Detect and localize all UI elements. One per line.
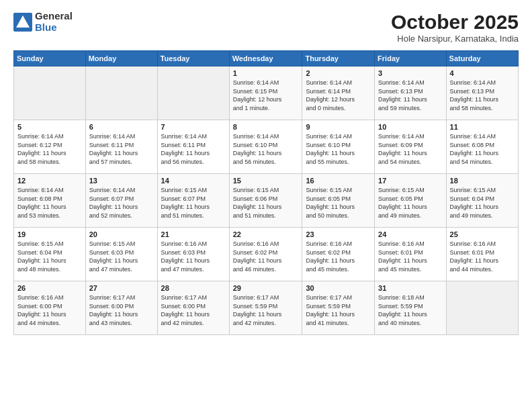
day-cell: 14Sunrise: 6:15 AMSunset: 6:07 PMDayligh… bbox=[157, 174, 229, 228]
day-cell: 10Sunrise: 6:14 AMSunset: 6:09 PMDayligh… bbox=[375, 120, 446, 174]
day-info: Sunrise: 6:18 AMSunset: 5:59 PMDaylight:… bbox=[378, 293, 442, 327]
logo-icon bbox=[13, 13, 32, 32]
day-cell: 3Sunrise: 6:14 AMSunset: 6:13 PMDaylight… bbox=[375, 66, 446, 120]
day-cell bbox=[446, 281, 518, 335]
day-info: Sunrise: 6:14 AMSunset: 6:10 PMDaylight:… bbox=[306, 132, 371, 166]
day-info: Sunrise: 6:17 AMSunset: 6:00 PMDaylight:… bbox=[89, 293, 154, 327]
month-title: October 2025 bbox=[391, 11, 519, 34]
day-info: Sunrise: 6:16 AMSunset: 6:03 PMDaylight:… bbox=[161, 240, 226, 273]
day-number: 21 bbox=[161, 230, 226, 238]
day-number: 19 bbox=[17, 230, 82, 238]
day-number: 16 bbox=[306, 177, 371, 185]
day-info: Sunrise: 6:14 AMSunset: 6:15 PMDaylight:… bbox=[233, 79, 299, 112]
day-info: Sunrise: 6:14 AMSunset: 6:07 PMDaylight:… bbox=[89, 186, 154, 220]
day-number: 11 bbox=[450, 123, 515, 131]
day-cell bbox=[85, 66, 157, 120]
day-info: Sunrise: 6:15 AMSunset: 6:05 PMDaylight:… bbox=[378, 186, 442, 220]
day-number: 15 bbox=[233, 177, 299, 185]
day-cell: 4Sunrise: 6:14 AMSunset: 6:13 PMDaylight… bbox=[446, 66, 518, 120]
day-cell: 27Sunrise: 6:17 AMSunset: 6:00 PMDayligh… bbox=[85, 281, 157, 335]
day-info: Sunrise: 6:14 AMSunset: 6:13 PMDaylight:… bbox=[378, 79, 442, 112]
day-cell: 15Sunrise: 6:15 AMSunset: 6:06 PMDayligh… bbox=[229, 174, 302, 228]
day-info: Sunrise: 6:14 AMSunset: 6:14 PMDaylight:… bbox=[306, 79, 371, 112]
day-number: 17 bbox=[378, 177, 442, 185]
day-cell: 29Sunrise: 6:17 AMSunset: 5:59 PMDayligh… bbox=[229, 281, 302, 335]
day-number: 9 bbox=[306, 123, 371, 131]
day-cell: 21Sunrise: 6:16 AMSunset: 6:03 PMDayligh… bbox=[157, 228, 229, 281]
day-number: 14 bbox=[161, 177, 226, 185]
day-info: Sunrise: 6:16 AMSunset: 6:01 PMDaylight:… bbox=[450, 240, 515, 273]
day-number: 28 bbox=[161, 284, 226, 292]
day-cell: 5Sunrise: 6:14 AMSunset: 6:12 PMDaylight… bbox=[14, 120, 86, 174]
day-info: Sunrise: 6:15 AMSunset: 6:06 PMDaylight:… bbox=[233, 186, 299, 220]
page: General Blue October 2025 Hole Narsipur,… bbox=[0, 0, 532, 411]
day-header-monday: Monday bbox=[85, 51, 157, 66]
logo-general: General bbox=[35, 11, 73, 22]
day-number: 18 bbox=[450, 177, 515, 185]
day-header-friday: Friday bbox=[375, 51, 446, 66]
day-number: 7 bbox=[161, 123, 226, 131]
day-info: Sunrise: 6:14 AMSunset: 6:09 PMDaylight:… bbox=[378, 132, 442, 166]
day-number: 13 bbox=[89, 177, 154, 185]
day-number: 27 bbox=[89, 284, 154, 292]
day-cell: 6Sunrise: 6:14 AMSunset: 6:11 PMDaylight… bbox=[85, 120, 157, 174]
day-number: 25 bbox=[450, 230, 515, 238]
day-number: 22 bbox=[233, 230, 299, 238]
day-number: 23 bbox=[306, 230, 371, 238]
day-number: 20 bbox=[89, 230, 154, 238]
day-number: 1 bbox=[233, 69, 299, 77]
day-info: Sunrise: 6:16 AMSunset: 6:02 PMDaylight:… bbox=[233, 240, 299, 273]
day-cell: 11Sunrise: 6:14 AMSunset: 6:08 PMDayligh… bbox=[446, 120, 518, 174]
calendar-header: SundayMondayTuesdayWednesdayThursdayFrid… bbox=[14, 51, 519, 66]
day-cell: 22Sunrise: 6:16 AMSunset: 6:02 PMDayligh… bbox=[229, 228, 302, 281]
day-info: Sunrise: 6:14 AMSunset: 6:12 PMDaylight:… bbox=[17, 132, 82, 166]
day-info: Sunrise: 6:14 AMSunset: 6:11 PMDaylight:… bbox=[89, 132, 154, 166]
day-cell: 13Sunrise: 6:14 AMSunset: 6:07 PMDayligh… bbox=[85, 174, 157, 228]
day-cell: 9Sunrise: 6:14 AMSunset: 6:10 PMDaylight… bbox=[302, 120, 375, 174]
logo-blue: Blue bbox=[35, 22, 73, 34]
day-cell: 16Sunrise: 6:15 AMSunset: 6:05 PMDayligh… bbox=[302, 174, 375, 228]
day-cell: 24Sunrise: 6:16 AMSunset: 6:01 PMDayligh… bbox=[375, 228, 446, 281]
day-number: 31 bbox=[378, 284, 442, 292]
day-number: 26 bbox=[17, 284, 82, 292]
day-header-sunday: Sunday bbox=[14, 51, 86, 66]
day-cell: 23Sunrise: 6:16 AMSunset: 6:02 PMDayligh… bbox=[302, 228, 375, 281]
day-cell: 31Sunrise: 6:18 AMSunset: 5:59 PMDayligh… bbox=[375, 281, 446, 335]
day-cell bbox=[14, 66, 86, 120]
day-info: Sunrise: 6:15 AMSunset: 6:04 PMDaylight:… bbox=[17, 240, 82, 273]
week-row-4: 19Sunrise: 6:15 AMSunset: 6:04 PMDayligh… bbox=[14, 228, 519, 281]
day-info: Sunrise: 6:15 AMSunset: 6:04 PMDaylight:… bbox=[450, 186, 515, 220]
day-info: Sunrise: 6:14 AMSunset: 6:08 PMDaylight:… bbox=[450, 132, 515, 166]
week-row-2: 5Sunrise: 6:14 AMSunset: 6:12 PMDaylight… bbox=[14, 120, 519, 174]
week-row-1: 1Sunrise: 6:14 AMSunset: 6:15 PMDaylight… bbox=[14, 66, 519, 120]
day-info: Sunrise: 6:14 AMSunset: 6:11 PMDaylight:… bbox=[161, 132, 226, 166]
day-cell: 25Sunrise: 6:16 AMSunset: 6:01 PMDayligh… bbox=[446, 228, 518, 281]
day-number: 3 bbox=[378, 69, 442, 77]
day-header-saturday: Saturday bbox=[446, 51, 518, 66]
week-row-3: 12Sunrise: 6:14 AMSunset: 6:08 PMDayligh… bbox=[14, 174, 519, 228]
day-cell: 26Sunrise: 6:16 AMSunset: 6:00 PMDayligh… bbox=[14, 281, 86, 335]
day-number: 4 bbox=[450, 69, 515, 77]
day-number: 2 bbox=[306, 69, 371, 77]
day-cell: 20Sunrise: 6:15 AMSunset: 6:03 PMDayligh… bbox=[85, 228, 157, 281]
day-cell: 8Sunrise: 6:14 AMSunset: 6:10 PMDaylight… bbox=[229, 120, 302, 174]
day-info: Sunrise: 6:17 AMSunset: 5:59 PMDaylight:… bbox=[306, 293, 371, 327]
day-number: 8 bbox=[233, 123, 299, 131]
day-info: Sunrise: 6:14 AMSunset: 6:10 PMDaylight:… bbox=[233, 132, 299, 166]
header: General Blue October 2025 Hole Narsipur,… bbox=[13, 11, 519, 44]
day-cell bbox=[157, 66, 229, 120]
day-cell: 1Sunrise: 6:14 AMSunset: 6:15 PMDaylight… bbox=[229, 66, 302, 120]
day-number: 6 bbox=[89, 123, 154, 131]
day-info: Sunrise: 6:14 AMSunset: 6:08 PMDaylight:… bbox=[17, 186, 82, 220]
day-info: Sunrise: 6:15 AMSunset: 6:03 PMDaylight:… bbox=[89, 240, 154, 273]
day-cell: 30Sunrise: 6:17 AMSunset: 5:59 PMDayligh… bbox=[302, 281, 375, 335]
day-number: 30 bbox=[306, 284, 371, 292]
day-cell: 2Sunrise: 6:14 AMSunset: 6:14 PMDaylight… bbox=[302, 66, 375, 120]
day-header-tuesday: Tuesday bbox=[157, 51, 229, 66]
day-number: 12 bbox=[17, 177, 82, 185]
title-section: October 2025 Hole Narsipur, Karnataka, I… bbox=[391, 11, 519, 44]
day-cell: 18Sunrise: 6:15 AMSunset: 6:04 PMDayligh… bbox=[446, 174, 518, 228]
day-cell: 19Sunrise: 6:15 AMSunset: 6:04 PMDayligh… bbox=[14, 228, 86, 281]
logo-text: General Blue bbox=[35, 11, 73, 33]
day-cell: 7Sunrise: 6:14 AMSunset: 6:11 PMDaylight… bbox=[157, 120, 229, 174]
